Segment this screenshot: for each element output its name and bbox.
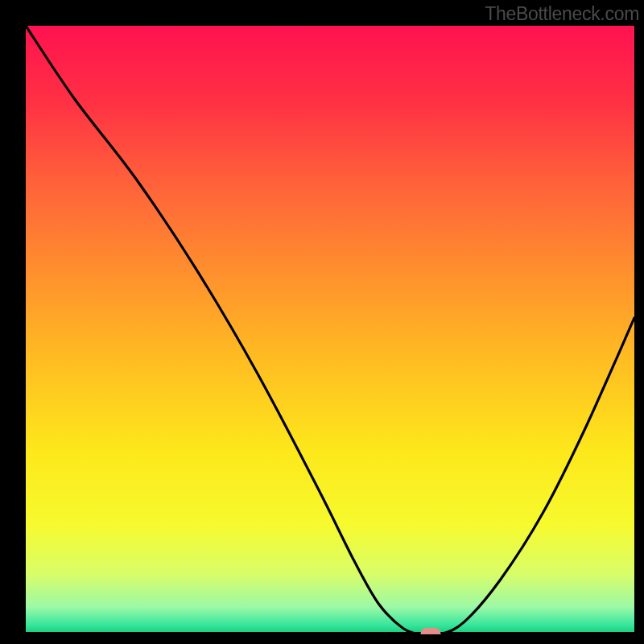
chart-frame: TheBottleneck.com	[0, 0, 644, 644]
plot-area	[26, 26, 634, 634]
marker-pill	[420, 628, 440, 634]
watermark-text: TheBottleneck.com	[485, 3, 639, 25]
gradient-background	[26, 26, 634, 634]
plot-svg	[26, 26, 634, 634]
